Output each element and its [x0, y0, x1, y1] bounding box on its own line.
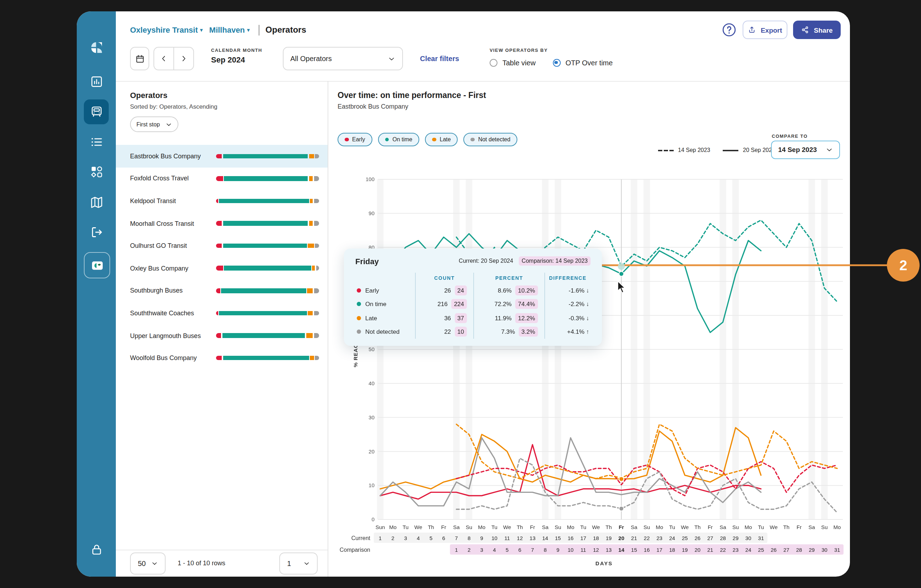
current-day-number: 14 — [542, 535, 548, 541]
logo-icon[interactable] — [84, 35, 109, 60]
current-day-number: 27 — [707, 535, 713, 541]
legend-chip-on-time[interactable]: On time — [378, 133, 419, 146]
day-of-week-label: Su — [555, 524, 561, 530]
day-of-week-label: We — [503, 524, 511, 530]
tooltip-percent-cell: 7.3%3.2% — [473, 325, 544, 339]
comparison-day-number: 18 — [669, 547, 675, 553]
calendar-button[interactable] — [130, 47, 149, 70]
operator-row[interactable]: Moorhall Cross Transit — [116, 212, 328, 235]
tooltip-percent-cell: 11.9%12.2% — [473, 311, 544, 325]
early-segment — [216, 244, 222, 248]
operators-panel-title: Operators — [130, 91, 168, 99]
operator-row[interactable]: Keldpool Transit — [116, 190, 328, 212]
on-time-segment — [221, 288, 306, 293]
y-tick-label: 50 — [368, 346, 374, 352]
stop-filter-select[interactable]: First stop — [130, 117, 178, 132]
not-detected-segment — [314, 176, 319, 181]
operator-name: Oulhurst GO Transit — [130, 242, 187, 249]
day-of-week-label: We — [414, 524, 422, 530]
chevron-down-icon — [151, 560, 158, 567]
operator-row[interactable]: Upper Langmouth Buses — [116, 325, 328, 347]
lock-icon[interactable] — [84, 537, 109, 562]
day-of-week-label: We — [681, 524, 688, 530]
share-icon — [801, 26, 810, 34]
early-segment — [216, 333, 221, 338]
share-button[interactable]: Share — [793, 21, 841, 39]
clear-filters-link[interactable]: Clear filters — [420, 55, 459, 62]
tooltip-col-percent: PERCENT — [473, 273, 544, 283]
comparison-date-label: 14 Sep 2023 — [678, 147, 710, 153]
bus-icon[interactable] — [84, 99, 109, 124]
operator-row[interactable]: Foxfold Cross Travel — [116, 167, 328, 190]
day-of-week-label: Sa — [719, 524, 726, 530]
table-view-label[interactable]: Table view — [503, 59, 535, 67]
day-of-week-label: Fr — [441, 524, 446, 530]
export-button[interactable]: Export — [743, 21, 788, 39]
early-segment — [216, 311, 218, 315]
operator-filter-select[interactable]: All Operators — [283, 47, 403, 70]
share-button-label: Share — [814, 26, 833, 34]
tooltip-percent-cell: 8.6%10.2% — [473, 283, 544, 297]
breadcrumb-region-link[interactable]: Millhaven — [209, 26, 245, 34]
current-day-number: 21 — [631, 535, 637, 541]
early-segment — [216, 198, 218, 203]
on-time-segment — [222, 333, 305, 338]
on-time-segment — [223, 244, 307, 248]
dashed-line-sample — [658, 149, 674, 151]
compare-to-value: 14 Sep 2023 — [778, 146, 817, 153]
legend-dot-icon — [433, 138, 436, 142]
tooltip-difference-cell: -2.2% ↓ — [544, 297, 591, 311]
compare-to-select[interactable]: 14 Sep 2023 — [771, 140, 840, 159]
otp-over-time-chart[interactable]: 0102030405060708090100% REACHED2SunMoTuW… — [334, 175, 921, 572]
day-of-week-label: Th — [783, 524, 789, 530]
operator-row[interactable]: Woolfold Bus Company — [116, 347, 328, 369]
current-day-number: 25 — [682, 535, 688, 541]
day-of-week-label: Fr — [530, 524, 535, 530]
compare-to-label: COMPARE TO — [772, 133, 808, 138]
help-button[interactable] — [721, 22, 737, 37]
operator-row[interactable]: Eastbrook Bus Company — [116, 145, 328, 167]
shapes-icon[interactable] — [84, 159, 109, 184]
breadcrumb-org-link[interactable]: Oxleyshire Transit — [130, 26, 198, 34]
not-detected-segment — [314, 288, 319, 293]
day-of-week-label: We — [770, 524, 778, 530]
legend-chip-not-detected[interactable]: Not detected — [464, 133, 518, 146]
list-icon[interactable] — [84, 129, 109, 154]
late-segment — [309, 176, 313, 181]
not-detected-segment — [314, 221, 319, 226]
operator-row[interactable]: Oulhurst GO Transit — [116, 235, 328, 257]
operator-row[interactable]: Oxley Bus Company — [116, 257, 328, 279]
next-month-button[interactable] — [174, 47, 193, 70]
current-day-number: 11 — [504, 535, 510, 541]
current-day-number: 28 — [720, 535, 726, 541]
y-tick-label: 100 — [366, 176, 374, 182]
main-content: Oxleyshire Transit ▾ Millhaven ▾ Operato… — [116, 11, 850, 577]
legend-dot-icon — [385, 138, 389, 142]
otp-stacked-bar — [216, 244, 319, 248]
map-icon[interactable] — [84, 190, 109, 214]
otp-over-time-label[interactable]: OTP Over time — [565, 59, 613, 67]
table-view-radio[interactable] — [490, 59, 498, 67]
otp-over-time-radio[interactable] — [553, 59, 560, 67]
page-size-select[interactable]: 50 — [130, 552, 166, 575]
day-of-week-label: Fr — [618, 524, 624, 530]
tooltip-count-cell: 3637 — [415, 311, 473, 325]
bar-chart-icon[interactable] — [84, 69, 109, 94]
legend-chip-early[interactable]: Early — [338, 133, 372, 146]
late-segment — [310, 356, 314, 361]
current-day-number: 9 — [480, 535, 483, 541]
operator-row[interactable]: Souththwaite Coaches — [116, 302, 328, 324]
day-of-week-label: Th — [605, 524, 612, 530]
sign-out-icon[interactable] — [84, 219, 109, 244]
app-badge-icon[interactable] — [84, 252, 110, 278]
tooltip-difference-cell: -1.6% ↓ — [544, 283, 591, 297]
operator-filter-value: All Operators — [290, 55, 332, 62]
page-select[interactable]: 1 — [279, 552, 318, 575]
comparison-row-label: Comparison — [340, 547, 370, 553]
operator-row[interactable]: Southburgh Buses — [116, 279, 328, 302]
tooltip-col-spacer — [355, 273, 415, 283]
desktop-background: Oxleyshire Transit ▾ Millhaven ▾ Operato… — [0, 0, 921, 588]
previous-month-button[interactable] — [154, 47, 174, 70]
current-day-number: 20 — [618, 535, 624, 541]
legend-chip-late[interactable]: Late — [425, 133, 458, 146]
